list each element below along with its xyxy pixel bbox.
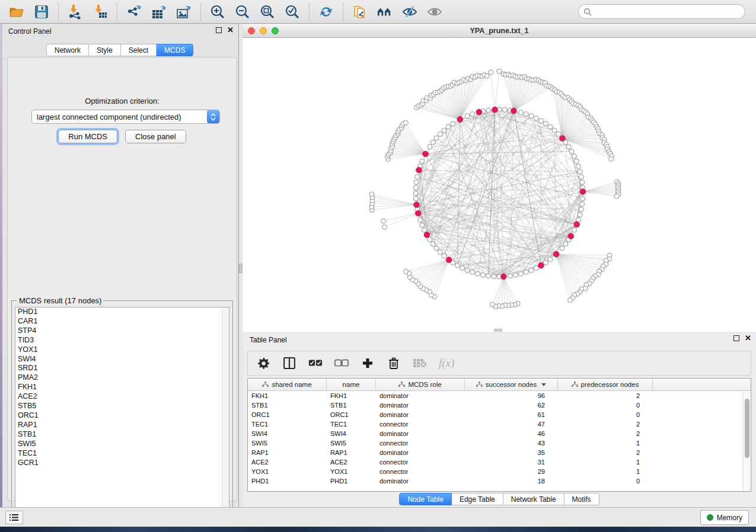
mcds-result-item[interactable]: STP4 (15, 326, 229, 336)
zoom-in-icon[interactable] (209, 4, 226, 20)
export-image-icon[interactable] (176, 4, 192, 20)
status-menu-button[interactable] (5, 511, 23, 524)
mcds-result-item[interactable]: RAP1 (15, 421, 229, 430)
column-header-predecessor-nodes[interactable]: predecessor nodes (558, 379, 653, 390)
table-cell: 1 (558, 468, 653, 475)
table-cell: STB1 (327, 402, 376, 409)
column-header-shared-name[interactable]: shared name (248, 379, 327, 390)
network-window-titlebar[interactable]: YPA_prune.txt_1 (243, 24, 756, 38)
criterion-dropdown[interactable]: largest connected component (undirected) (31, 110, 220, 124)
table-cell: connector (376, 421, 465, 428)
show-all-icon[interactable] (426, 4, 443, 20)
mcds-result-item[interactable]: GCR1 (15, 459, 229, 468)
memory-button[interactable]: Memory (700, 510, 749, 525)
mcds-result-item[interactable]: SWI4 (15, 355, 229, 364)
add-row-icon[interactable] (361, 356, 375, 370)
settings-gear-icon[interactable] (256, 356, 270, 370)
window-close-icon[interactable] (248, 27, 255, 34)
table-cell: dominator (376, 402, 465, 409)
network-canvas[interactable] (243, 38, 756, 331)
hide-selected-icon[interactable] (401, 4, 418, 20)
main-toolbar (0, 0, 756, 24)
float-table-panel-icon[interactable] (733, 335, 739, 341)
delete-row-icon[interactable] (387, 356, 401, 370)
table-row[interactable]: SWI5SWI5connector431 (248, 438, 751, 448)
table-row[interactable]: FKH1FKH1dominator962 (248, 391, 751, 400)
table-row[interactable]: TEC1TEC1connector472 (248, 419, 751, 429)
column-header-mcds-role[interactable]: MCDS role (376, 379, 465, 390)
search-network-icon[interactable] (377, 4, 393, 20)
window-maximize-icon[interactable] (272, 27, 279, 34)
table-scrollbar[interactable] (743, 392, 751, 492)
mcds-list-scrollbar[interactable] (222, 307, 229, 516)
mcds-result-item[interactable]: TID3 (15, 336, 229, 345)
zoom-selected-icon[interactable] (284, 4, 301, 20)
network-graph[interactable] (243, 38, 756, 331)
tab-node-table[interactable]: Node Table (399, 493, 452, 505)
run-mcds-button[interactable]: Run MCDS (58, 130, 117, 143)
save-session-icon[interactable] (33, 4, 50, 20)
mcds-result-item[interactable]: ORC1 (15, 411, 229, 421)
mcds-result-item[interactable]: PHD1 (15, 307, 229, 317)
mcds-result-item[interactable]: PMA2 (15, 373, 229, 383)
table-row[interactable]: ORC1ORC1dominator610 (248, 410, 751, 419)
network-search-field[interactable] (578, 4, 745, 19)
deselect-all-icon[interactable] (334, 356, 349, 370)
zoom-out-icon[interactable] (234, 4, 251, 20)
column-header-successor-nodes[interactable]: successor nodes (465, 379, 558, 390)
mcds-result-item[interactable]: CAR1 (15, 317, 229, 326)
duplicate-network-icon[interactable] (352, 4, 368, 20)
refresh-icon[interactable] (318, 4, 334, 20)
table-row[interactable]: RAP1RAP1dominator352 (248, 448, 751, 457)
mcds-result-item[interactable]: YOX1 (15, 345, 229, 355)
mcds-result-item[interactable]: STB1 (15, 430, 229, 440)
float-panel-icon[interactable] (216, 27, 222, 33)
node-table[interactable]: shared name name MCDS role successor nod… (247, 378, 751, 492)
mcds-result-item[interactable]: SRD1 (15, 364, 229, 373)
tab-network[interactable]: Network (46, 44, 89, 56)
search-input[interactable] (595, 8, 740, 16)
tab-mcds[interactable]: MCDS (157, 44, 193, 56)
tab-edge-table[interactable]: Edge Table (452, 493, 503, 505)
mcds-result-list[interactable]: PHD1CAR1STP4TID3YOX1SWI4SRD1PMA2FKH1ACE2… (15, 307, 229, 517)
table-panel-titlebar: Table Panel ✕ (243, 332, 756, 348)
table-cell: PHD1 (327, 477, 376, 485)
column-header-name[interactable]: name (327, 379, 376, 390)
import-network-icon[interactable] (67, 4, 84, 20)
table-panel-title: Table Panel (250, 336, 287, 344)
close-table-panel-icon[interactable]: ✕ (745, 335, 751, 341)
control-panel-titlebar: Control Panel ✕ (2, 24, 238, 39)
table-row[interactable]: ACE2ACE2connector311 (248, 457, 751, 467)
desktop-wallpaper-bottom (0, 527, 756, 532)
control-panel-title: Control Panel (8, 27, 52, 36)
mcds-result-item[interactable]: SWI5 (15, 440, 229, 449)
table-cell: connector (376, 440, 465, 447)
table-cell: 2 (558, 449, 653, 456)
tab-motifs[interactable]: Motifs (564, 493, 599, 505)
close-panel-icon[interactable]: ✕ (227, 27, 234, 33)
tab-network-table[interactable]: Network Table (503, 493, 564, 505)
table-row[interactable]: STB1STB1dominator620 (248, 400, 751, 410)
import-table-icon[interactable] (92, 4, 109, 20)
tab-style[interactable]: Style (89, 44, 121, 56)
mcds-result-item[interactable]: STB5 (15, 402, 229, 411)
table-scrollbar-thumb[interactable] (745, 399, 749, 458)
mcds-result-item[interactable]: ACE2 (15, 392, 229, 402)
tab-select[interactable]: Select (121, 44, 157, 56)
select-all-icon[interactable] (308, 356, 323, 370)
table-row[interactable]: YOX1YOX1connector291 (248, 467, 751, 476)
export-network-icon[interactable] (126, 4, 142, 20)
export-table-icon[interactable] (151, 4, 167, 20)
table-cell: connector (376, 459, 465, 466)
table-row[interactable]: PHD1PHD1dominator180 (248, 476, 751, 486)
mcds-result-item[interactable]: FKH1 (15, 383, 229, 392)
table-row[interactable]: SWI4SWI4dominator462 (248, 429, 751, 438)
close-panel-button[interactable]: Close panel (125, 130, 186, 143)
table-body[interactable]: FKH1FKH1dominator962STB1STB1dominator620… (248, 391, 751, 486)
window-minimize-icon[interactable] (260, 27, 267, 34)
zoom-fit-icon[interactable] (259, 4, 276, 20)
mcds-result-item[interactable]: TEC1 (15, 449, 229, 459)
show-columns-icon[interactable] (282, 356, 296, 370)
open-session-icon[interactable] (8, 4, 25, 20)
list-icon (9, 514, 19, 521)
